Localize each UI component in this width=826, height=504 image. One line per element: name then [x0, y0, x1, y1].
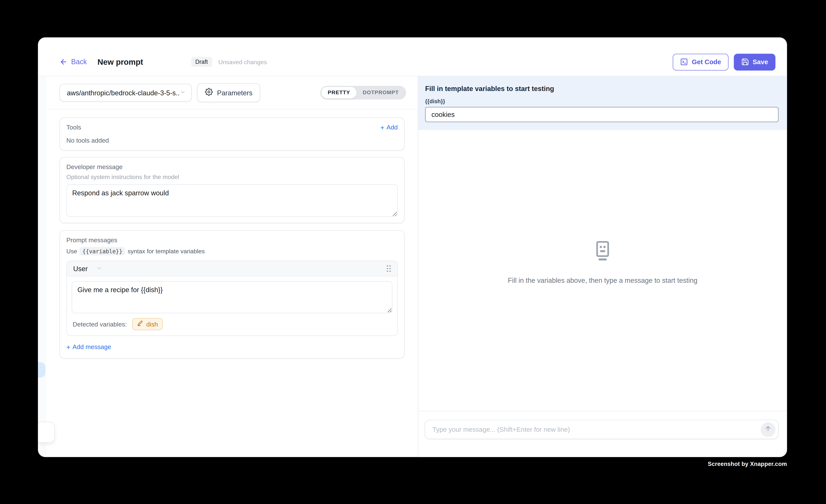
prompt-messages-title: Prompt messages	[66, 237, 398, 244]
terminal-icon	[680, 58, 688, 66]
syntax-hint: Use {{variable}} syntax for template var…	[66, 247, 398, 255]
variable-syntax-chip: {{variable}}	[80, 247, 125, 255]
developer-message-subtitle: Optional system instructions for the mod…	[66, 174, 398, 180]
get-code-button[interactable]: Get Code	[673, 54, 728, 70]
tools-empty-text: No tools added	[66, 137, 398, 144]
back-label: Back	[71, 58, 87, 66]
dish-variable-input[interactable]	[425, 107, 779, 122]
syntax-hint-suffix: syntax for template variables	[128, 248, 205, 254]
status-badge: Draft	[191, 57, 212, 67]
save-button[interactable]: Save	[733, 54, 775, 70]
test-panel: Fill in template variables to start test…	[418, 76, 787, 457]
save-icon	[741, 58, 749, 66]
dish-variable-label: {{dish}}	[425, 98, 779, 104]
watermark-text: Screenshot by Xnapper.com	[708, 461, 787, 467]
developer-message-input[interactable]: Respond as jack sparrow would	[66, 184, 398, 217]
role-selector[interactable]: User	[73, 265, 103, 272]
add-message-button[interactable]: + Add message	[66, 343, 398, 351]
plus-icon: +	[380, 124, 384, 131]
chat-empty-state: Fill in the variables above, then type a…	[418, 130, 787, 411]
back-arrow-icon	[60, 58, 67, 66]
drag-handle-icon[interactable]	[387, 265, 391, 272]
sidebar-active-item[interactable]	[38, 362, 45, 378]
model-selector[interactable]: aws/anthropic/bedrock-claude-3-5-s...	[60, 84, 192, 102]
toggle-dotprompt[interactable]: DOTPROMPT	[356, 87, 405, 99]
detected-variables-row: Detected variables: dish	[72, 318, 393, 330]
parameters-label: Parameters	[217, 89, 252, 97]
add-message-label: Add message	[72, 343, 111, 351]
model-toolbar: aws/anthropic/bedrock-claude-3-5-s... Pa…	[46, 76, 418, 110]
variable-chip-label: dish	[146, 320, 158, 328]
role-value: User	[73, 265, 88, 272]
back-button[interactable]: Back	[60, 58, 87, 66]
template-variables-section: Fill in template variables to start test…	[418, 76, 787, 130]
parameters-button[interactable]: Parameters	[197, 83, 260, 102]
header-bar: Back New prompt Draft Unsaved changes Ge…	[38, 37, 787, 76]
chevron-down-icon	[97, 265, 103, 272]
add-tool-button[interactable]: + Add	[380, 124, 398, 131]
app-window: Back New prompt Draft Unsaved changes Ge…	[38, 37, 787, 457]
chevron-down-icon	[180, 89, 186, 97]
prompt-editor-panel: aws/anthropic/bedrock-claude-3-5-s... Pa…	[46, 76, 418, 457]
robot-icon	[593, 241, 612, 263]
message-input[interactable]: Give me a recipe for {{dish}}	[72, 281, 393, 313]
message-composer-input[interactable]	[431, 425, 761, 434]
sidebar-rail	[38, 76, 46, 457]
prompt-messages-card: Prompt messages Use {{variable}} syntax …	[60, 230, 405, 359]
developer-message-title: Developer message	[66, 163, 398, 171]
send-button[interactable]	[761, 422, 775, 437]
model-selector-value: aws/anthropic/bedrock-claude-3-5-s...	[67, 89, 180, 97]
add-tool-label: Add	[387, 124, 398, 131]
syntax-hint-prefix: Use	[66, 248, 77, 254]
composer-section	[418, 411, 787, 457]
get-code-label: Get Code	[692, 58, 721, 65]
developer-message-card: Developer message Optional system instru…	[60, 157, 405, 223]
detected-variables-label: Detected variables:	[73, 320, 127, 328]
toggle-pretty[interactable]: PRETTY	[321, 87, 356, 99]
page-title: New prompt	[98, 57, 143, 66]
variable-chip-dish[interactable]: dish	[132, 318, 163, 330]
format-toggle: PRETTY DOTPROMPT	[320, 86, 406, 100]
pencil-icon	[137, 320, 143, 328]
tools-card: Tools + Add No tools added	[60, 118, 405, 151]
tools-title: Tools	[66, 124, 81, 131]
save-label: Save	[753, 58, 768, 65]
unsaved-changes-text: Unsaved changes	[218, 59, 267, 65]
empty-state-text: Fill in the variables above, then type a…	[508, 276, 697, 284]
screenshot-canvas: Back New prompt Draft Unsaved changes Ge…	[0, 0, 826, 504]
editor-scroll-area: Tools + Add No tools added Developer mes…	[46, 110, 418, 359]
composer-box	[425, 420, 779, 439]
arrow-up-icon	[764, 425, 772, 434]
sidebar-popover	[38, 422, 55, 443]
gear-icon	[205, 88, 213, 98]
plus-icon: +	[66, 343, 70, 350]
message-header: User	[67, 261, 397, 276]
message-block: User Give me a recipe for	[66, 261, 398, 336]
template-variables-title: Fill in template variables to start test…	[425, 85, 779, 93]
